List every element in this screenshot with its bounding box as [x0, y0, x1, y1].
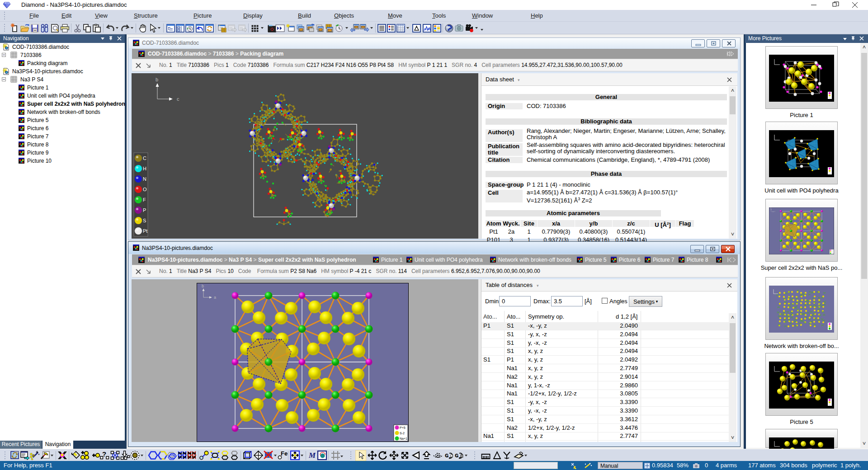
svg-text:Na+1: Na+1	[400, 437, 407, 440]
svg-text:ɢ: ɢ	[445, 451, 448, 459]
svg-text:O: O	[143, 187, 147, 192]
svg-text:S: S	[143, 218, 146, 223]
svg-text:b: b	[156, 77, 158, 82]
svg-text:b: b	[202, 284, 204, 288]
svg-text:N: N	[143, 176, 146, 182]
svg-text:Na+1: Na+1	[831, 253, 834, 254]
svg-text:S-2: S-2	[400, 432, 405, 435]
svg-text:P+5: P+5	[400, 426, 406, 429]
svg-text:c: c	[177, 96, 179, 102]
svg-text:P: P	[143, 207, 146, 213]
svg-text:H: H	[143, 166, 146, 171]
svg-text:F: F	[143, 197, 146, 202]
svg-text:Fe: Fe	[281, 450, 288, 457]
svg-text:C: C	[143, 155, 146, 161]
svg-text:M: M	[308, 451, 316, 460]
svg-text:a: a	[214, 295, 216, 300]
svg-text:ɢ: ɢ	[455, 451, 458, 459]
svg-text:Pt: Pt	[143, 228, 147, 234]
